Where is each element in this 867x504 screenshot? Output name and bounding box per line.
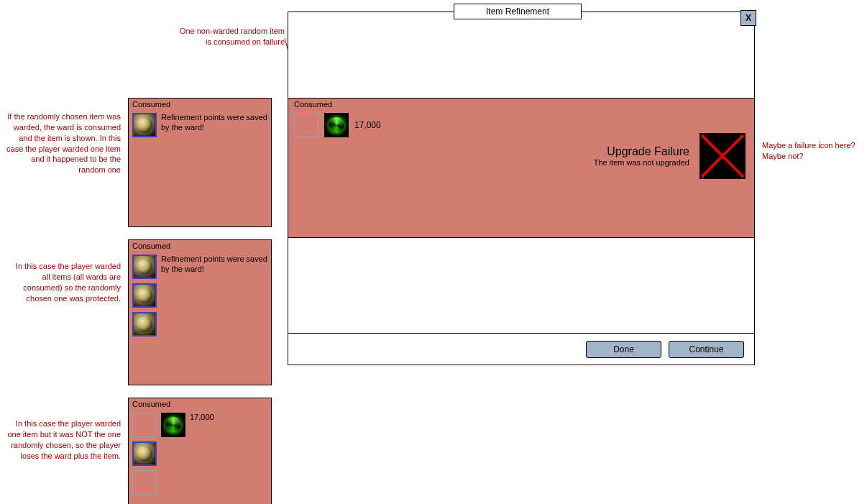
annotation-all-warded: In this case the player warded all items… — [6, 261, 121, 303]
refinement-points-icon — [161, 413, 185, 437]
continue-button[interactable]: Continue — [669, 341, 744, 358]
annotation-one-ward-lost: In this case the player warded one item … — [6, 418, 121, 461]
consumed-row: Refinement points were saved by the ward… — [132, 113, 267, 137]
ward-saved-text: Refinement points were saved by the ward… — [161, 255, 267, 275]
consumed-panel-warded-random: Consumed Refinement points were saved by… — [128, 98, 272, 227]
button-row: Done Continue — [288, 333, 754, 365]
done-button[interactable]: Done — [586, 341, 661, 358]
consumed-row — [132, 283, 267, 308]
consumed-row — [132, 470, 267, 495]
result-title: Upgrade Failure — [594, 145, 689, 158]
ward-icon — [132, 255, 157, 279]
failure-x-icon — [699, 133, 746, 179]
ward-icon — [132, 283, 157, 308]
consumed-row: 17,000 — [132, 413, 267, 437]
consumed-panel-one-ward-lost: Consumed 17,000 — [128, 398, 272, 504]
result-block: Upgrade Failure The item was not upgrade… — [594, 133, 746, 179]
annotation-consume-on-failure: One non-warded random item is consumed o… — [177, 26, 285, 47]
consumed-row — [132, 312, 267, 336]
result-text: Upgrade Failure The item was not upgrade… — [594, 145, 689, 167]
ward-saved-text: Refinement points were saved by the ward… — [161, 113, 267, 133]
consumed-row — [132, 441, 267, 466]
points-value: 17,000 — [190, 413, 214, 423]
consumed-panel-all-warded: Consumed Refinement points were saved by… — [128, 239, 272, 385]
empty-slot — [132, 413, 157, 437]
consumed-result-band: Consumed 17,000 Upgrade Failure The item… — [288, 98, 754, 238]
ward-icon — [132, 113, 157, 137]
annotation-failure-icon: Maybe a failure icon here? Maybe not? — [762, 140, 867, 162]
window-title: Item Refinement — [454, 4, 582, 19]
result-subtitle: The item was not upgraded — [594, 158, 689, 167]
points-value: 17,000 — [354, 120, 381, 130]
empty-slot — [132, 470, 157, 495]
consumed-header: Consumed — [132, 242, 267, 250]
consumed-row: Refinement points were saved by the ward… — [132, 255, 267, 279]
refinement-points-icon — [324, 113, 349, 137]
consumed-header: Consumed — [294, 100, 748, 109]
empty-slot — [294, 113, 318, 137]
close-button[interactable]: X — [740, 10, 756, 26]
ward-icon — [132, 441, 157, 466]
consumed-header: Consumed — [132, 100, 267, 109]
consumed-header: Consumed — [132, 400, 267, 408]
annotation-ward-random: If the randomly chosen item was warded, … — [6, 111, 121, 175]
ward-icon — [132, 312, 157, 336]
item-refinement-window: Item Refinement X Consumed 17,000 Upgrad… — [288, 12, 755, 365]
